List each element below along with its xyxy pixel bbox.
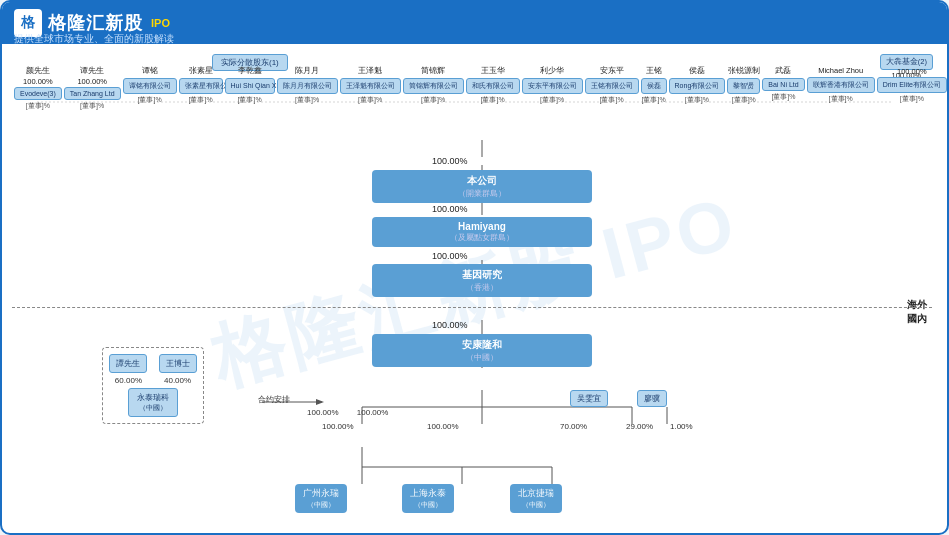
shareholder-wangyh: 王玉华 和氏有限公司 [董事]% (466, 66, 520, 105)
liaojing-box: 廖骥 (637, 390, 667, 407)
pct-jidi-top: 100.00% (432, 251, 468, 261)
yongtairuke-box: 永泰瑞科 （中國） (128, 388, 178, 417)
wangboshi: 王博士 (159, 354, 197, 373)
pct-ankang-top: 100.00% (432, 320, 468, 330)
main-company-box: 本公司 （開業群島） (372, 170, 592, 203)
guangzhou-box: 广州永瑞 （中國） (295, 484, 347, 513)
jidi-box: 基因研究 （香港） (372, 264, 592, 297)
hamiyang-box: Hamiyang （及屬點女群島） (372, 217, 592, 247)
shareholder-tanming: 谭铭 谭铭有限公司 [董事]% (123, 66, 177, 105)
shareholder-wu: 武磊 Bai Ni Ltd [董事]% (762, 66, 804, 102)
shareholder-an: 安东平 王铭有限公司 [董事]% (585, 66, 639, 105)
ankang-box: 安康隆和 （中國） (372, 334, 592, 367)
shareholder-hou: 侯磊 Rong有限公司 [董事]% (669, 66, 726, 105)
shareholder-wangm: 王铭 侯磊 [董事]% (641, 66, 667, 105)
overseas-divider (12, 307, 932, 308)
shareholder-chen: 陈月月 陈月月有限公司 [董事]% (277, 66, 338, 105)
shareholder-yan: 颜先生 100.00% Evodeve(3) [董事]% (14, 66, 62, 111)
shareholder-li2: 利少华 安东平有限公司 [董事]% (522, 66, 583, 105)
ipo-label: IPO (151, 17, 170, 29)
shareholder-zhang: 张素星 张素星有限公司 [董事]% (179, 66, 223, 105)
shareholder-100a: 100.00% Drim Elite有限公司 [董事]% (877, 66, 947, 104)
tanxiansheng: 譚先生 (109, 354, 147, 373)
shareholder-michael: Michael Zhou 联辉香港有限公司 [董事]% (807, 66, 875, 104)
shareholder-wang: 王泽魁 王泽魁有限公司 [董事]% (340, 66, 401, 105)
left-group-box: 譚先生 王博士 60.00% 40.00% 永泰瑞科 （中國） (102, 347, 204, 424)
shareholder-tan: 谭先生 100.00% Tan Zhang Ltd [董事]% (64, 66, 121, 111)
content-area: 格隆汇新股 IPO (2, 44, 947, 535)
pct-main-top: 100.00% (432, 156, 468, 166)
pct-hamiyang-top: 100.00% (432, 204, 468, 214)
wuhuabin-box: 吴雯宜 (570, 390, 608, 407)
domestic-label: 國內 (907, 312, 927, 326)
beijing-yongtai-label: 100.00% 100.00% (307, 408, 403, 417)
pct-other: 1.00% (670, 422, 693, 431)
contract-label: 合约安排 (258, 394, 290, 405)
overseas-label: 海外 (907, 298, 927, 312)
pct-liaojing: 29.00% (626, 422, 653, 431)
shanghai-box: 上海永泰 （中國） (402, 484, 454, 513)
shareholder-jian: 简锦辉 简锦辉有限公司 [董事]% (403, 66, 464, 105)
header: 格 格隆汇新股 IPO 提供全球市场专业、全面的新股解读 (2, 2, 947, 44)
shareholders-row: 颜先生 100.00% Evodeve(3) [董事]% 谭先生 100.00%… (14, 66, 935, 111)
pct-wuhuabin: 70.00% (560, 422, 587, 431)
pct-guang: 100.00% (322, 422, 354, 431)
pct-shang: 100.00% (427, 422, 459, 431)
beijing-jierui-box: 北京捷瑞 （中國） (510, 484, 562, 513)
shareholder-li: 李乾鑫 Hui Shi Qian Xun有限公司 [董事]% (225, 66, 275, 105)
shareholder-zhangrui: 张锐源制 黎智贤 [董事]% (727, 66, 760, 105)
main-container: 格 格隆汇新股 IPO 提供全球市场专业、全面的新股解读 格隆汇新股 IPO (0, 0, 949, 535)
chart-area: 实际分散股东(1) 大犇基金(2) 100.00% 颜先生 100.00% Ev… (12, 52, 937, 522)
